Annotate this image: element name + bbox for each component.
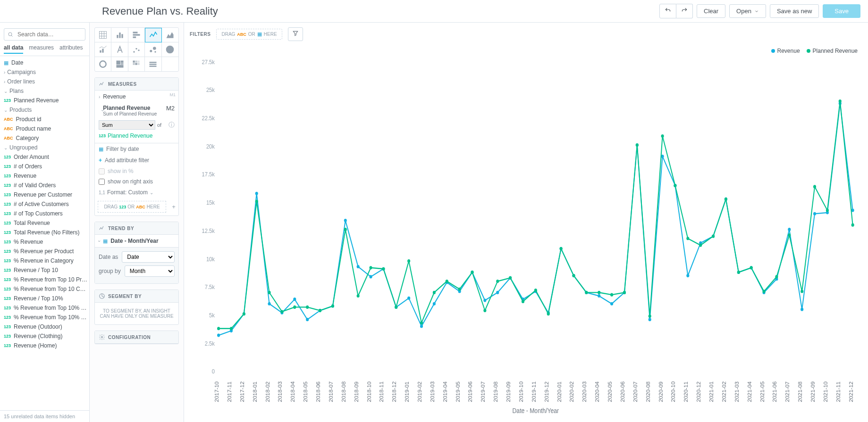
svg-text:2021-01: 2021-01 [709, 381, 714, 402]
date-as-select[interactable]: Date [122, 251, 175, 263]
data-item[interactable]: 123Revenue / Top 10% [0, 294, 89, 303]
svg-point-146 [813, 185, 816, 188]
data-item[interactable]: ABCProduct id [0, 115, 89, 124]
svg-point-70 [496, 291, 499, 294]
svg-point-121 [496, 280, 499, 283]
viz-scatter[interactable] [128, 42, 145, 57]
show-percent-toggle[interactable]: show in % [95, 166, 178, 176]
data-catalog: all data measures attributes ▦Date ›Camp… [0, 23, 90, 422]
undo-redo-group [659, 4, 693, 18]
configuration-section[interactable]: CONFIGURATION [94, 331, 179, 344]
data-item[interactable]: ABCProduct name [0, 124, 89, 133]
data-item[interactable]: 123# of Active Customers [0, 199, 89, 209]
svg-point-132 [636, 143, 639, 147]
filter-by-date[interactable]: ▦ Filter by date [95, 143, 178, 155]
aggregation-select[interactable]: Sum [99, 120, 155, 130]
data-item[interactable]: 123Revenue (Home) [0, 341, 89, 350]
data-item[interactable]: 123% Revenue from Top 10 C… [0, 284, 89, 294]
viz-table[interactable] [95, 28, 111, 42]
svg-point-110 [357, 294, 360, 298]
data-item[interactable]: ABCCategory [0, 133, 89, 143]
viz-treemap[interactable] [111, 57, 128, 72]
chevron-down-icon[interactable]: › [93, 110, 105, 111]
data-item[interactable]: 123% Revenue from Top 10 Pr… [0, 275, 89, 284]
save-button[interactable]: Save [823, 4, 860, 18]
svg-point-63 [407, 297, 410, 300]
add-measure-button[interactable]: + [169, 203, 178, 210]
data-item[interactable]: 123Revenue (Outdoor) [0, 322, 89, 331]
tab-all-data[interactable]: all data [4, 44, 23, 54]
viz-combo[interactable] [95, 42, 111, 57]
svg-rect-13 [102, 49, 104, 52]
measure-m1[interactable]: › Revenue M1 [95, 91, 178, 103]
format-row[interactable]: 1,1 Format: Custom ⌄ [95, 187, 178, 198]
viz-geo[interactable] [162, 57, 178, 72]
svg-rect-22 [120, 60, 123, 63]
filter-drop-zone[interactable]: DRAG ABC OR ▦ HERE [216, 29, 282, 40]
data-item[interactable]: 123% Revenue in Category [0, 256, 89, 265]
data-group[interactable]: ⌄Plans [0, 86, 89, 96]
calendar-icon: ▦ [99, 146, 103, 152]
data-item[interactable]: 123Total Revenue [0, 218, 89, 228]
viz-heatmap[interactable] [128, 57, 145, 72]
viz-column[interactable] [111, 28, 128, 42]
tab-measures[interactable]: measures [29, 44, 54, 54]
svg-point-126 [560, 247, 563, 250]
data-group[interactable]: ⌄Ungrouped [0, 143, 89, 152]
viz-bullet[interactable] [145, 57, 161, 72]
data-item[interactable]: 123% Revenue from Top 10% … [0, 303, 89, 313]
tab-attributes[interactable]: attributes [59, 44, 83, 54]
svg-text:2018-10: 2018-10 [366, 381, 371, 402]
data-item[interactable]: 123% Revenue [0, 237, 89, 247]
svg-text:2021-05: 2021-05 [759, 381, 765, 402]
trend-field[interactable]: › ▦ Date - Month/Year [95, 235, 178, 248]
segment-by-section: SEGMENT BY TO SEGMENT BY, AN INSIGHT CAN… [94, 290, 179, 325]
data-item[interactable]: 123% Revenue from Top 10% … [0, 313, 89, 322]
open-button[interactable]: Open [729, 4, 766, 18]
viz-area[interactable] [162, 28, 178, 42]
redo-button[interactable] [676, 4, 693, 18]
data-group[interactable]: ⌄Products [0, 105, 89, 115]
svg-point-115 [420, 321, 423, 324]
data-item[interactable]: 123% Revenue per Product [0, 247, 89, 256]
data-item[interactable]: 123Revenue (Clothing) [0, 331, 89, 341]
svg-point-109 [344, 228, 347, 231]
svg-text:2021-06: 2021-06 [772, 381, 777, 402]
data-item[interactable]: 123Total Revenue (No Filters) [0, 228, 89, 237]
data-group[interactable]: ›Campaigns [0, 67, 89, 77]
search-input[interactable] [4, 28, 85, 41]
data-item-date[interactable]: ▦Date [0, 58, 89, 67]
svg-point-16 [138, 50, 139, 51]
data-item[interactable]: 123# of Orders [0, 162, 89, 171]
data-item[interactable]: 123# of Valid Orders [0, 181, 89, 190]
add-attribute-filter[interactable]: + Add attribute filter [95, 155, 178, 166]
svg-rect-6 [117, 35, 118, 38]
viz-bar[interactable] [128, 28, 145, 42]
show-right-axis-toggle[interactable]: show on right axis [95, 176, 178, 187]
data-item[interactable]: 123Planned Revenue [0, 96, 89, 105]
measure-drop-zone[interactable]: DRAG 123 OR ABC HERE [98, 201, 166, 213]
legend-revenue[interactable]: Revenue [771, 48, 800, 54]
legend-planned[interactable]: Planned Revenue [807, 48, 858, 54]
viz-headline[interactable] [111, 42, 128, 57]
svg-point-106 [306, 306, 309, 309]
data-item[interactable]: 123Order Amount [0, 152, 89, 162]
data-item[interactable]: 123Revenue per Customer [0, 190, 89, 199]
filter-button[interactable] [288, 27, 303, 41]
clear-button[interactable]: Clear [697, 4, 725, 18]
help-icon[interactable]: ⓘ [169, 121, 175, 129]
viz-bubble[interactable] [145, 42, 161, 57]
viz-pie[interactable] [162, 42, 178, 57]
data-item[interactable]: 123# of Top Customers [0, 209, 89, 218]
viz-line[interactable] [145, 28, 161, 42]
data-item[interactable]: 123Revenue [0, 171, 89, 181]
save-as-new-button[interactable]: Save as new [770, 4, 819, 18]
measure-field-chip[interactable]: 123 Planned Revenue [99, 132, 175, 139]
data-group[interactable]: ›Order lines [0, 77, 89, 86]
viz-donut[interactable] [95, 57, 111, 72]
undo-button[interactable] [659, 4, 676, 18]
svg-point-35 [101, 337, 103, 339]
svg-rect-29 [135, 63, 137, 65]
data-item[interactable]: 123Revenue / Top 10 [0, 265, 89, 275]
group-by-select[interactable]: Month [125, 265, 175, 277]
